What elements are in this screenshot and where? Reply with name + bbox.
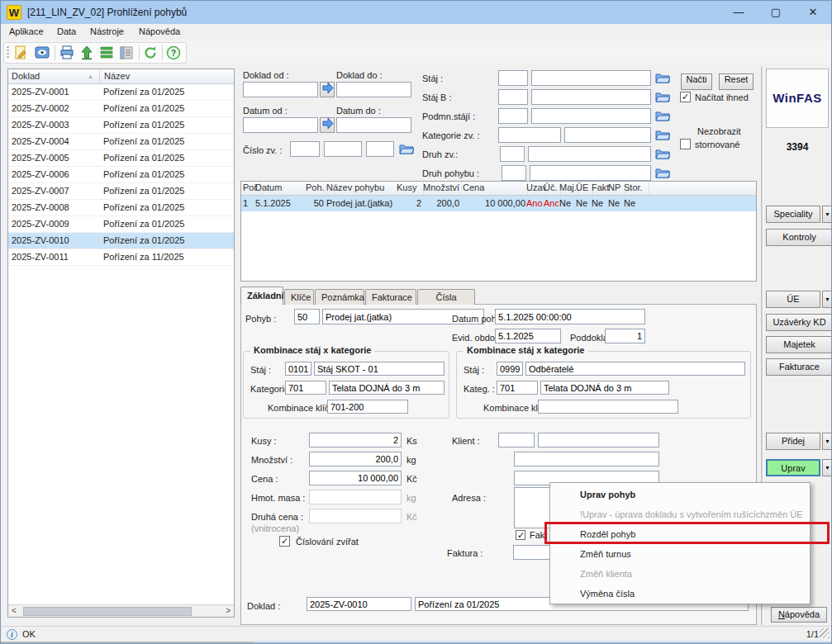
folder-lookup-icon[interactable] — [655, 148, 670, 159]
tab-klice[interactable]: Klíče — [284, 289, 314, 305]
folder-lookup-icon[interactable] — [655, 72, 670, 83]
cislo-zv-input-2[interactable] — [324, 141, 362, 157]
staj-name-left-input[interactable] — [314, 362, 445, 376]
speciality-button[interactable]: Speciality — [766, 206, 820, 223]
poddoklad-input[interactable] — [605, 329, 645, 343]
list-view-icon[interactable] — [98, 45, 116, 61]
cislovani-zvirat-checkbox[interactable] — [279, 536, 290, 547]
document-row[interactable]: 2025-ZV-0007Pořízení za 01/2025 — [8, 183, 234, 200]
doklad-od-input[interactable] — [243, 82, 318, 97]
document-row[interactable]: 2025-ZV-0005Pořízení za 01/2025 — [8, 150, 234, 167]
print-icon[interactable] — [59, 45, 77, 61]
edit-document-icon[interactable] — [12, 45, 31, 61]
nezobrazit-stornovane-checkbox[interactable] — [680, 139, 691, 149]
kombinace-klicu-left-input[interactable] — [327, 400, 408, 414]
kategorie-name-right-input[interactable] — [540, 381, 669, 395]
copy-arrow-button[interactable] — [320, 117, 335, 133]
document-row-selected[interactable]: 2025-ZV-0010Pořízení za 01/2025 — [8, 233, 234, 249]
klient-name-input[interactable] — [538, 433, 659, 447]
podmn-staji-code-input[interactable] — [498, 108, 528, 124]
pridej-dropdown-icon[interactable]: ▼ — [822, 433, 832, 450]
menu-aplikace[interactable]: Aplikace — [6, 26, 47, 36]
menu-item-vymena-cisla[interactable]: Výměna čísla — [551, 584, 809, 604]
close-icon[interactable]: ✕ — [802, 4, 824, 21]
kontroly-button[interactable]: Kontroly — [766, 229, 832, 246]
document-row[interactable]: 2025-ZV-0002Pořízení za 01/2025 — [8, 101, 234, 117]
ue-dropdown-icon[interactable]: ▼ — [822, 291, 832, 308]
col-poh[interactable]: Poh. — [306, 182, 326, 195]
kategorie-zv-code-input[interactable] — [498, 127, 561, 143]
klient-code-input[interactable] — [498, 433, 535, 447]
export-up-icon[interactable] — [78, 45, 97, 61]
movement-row-selected[interactable]: 1 5.1.2025 50 Prodej jat.(jatka) 2 200,0… — [241, 196, 756, 211]
klient-line2-input[interactable] — [514, 452, 659, 466]
cislo-zv-input-1[interactable] — [290, 141, 320, 157]
doklad-do-input[interactable] — [336, 82, 411, 97]
col-stor[interactable]: Stor. — [624, 182, 649, 195]
druha-cena-input[interactable] — [309, 509, 402, 523]
menu-item-uprav-pohyb[interactable]: Uprav pohyb — [551, 485, 809, 504]
document-row[interactable]: 2025-ZV-0008Pořízení za 01/2025 — [8, 200, 234, 216]
folder-lookup-icon[interactable] — [655, 167, 670, 178]
col-ue[interactable]: ÚE — [576, 182, 593, 195]
column-header-doklad[interactable]: Doklad — [12, 71, 40, 81]
cislo-zv-input-3[interactable] — [366, 141, 394, 157]
folder-lookup-icon[interactable] — [399, 143, 414, 154]
kategorie-zv-name-input[interactable] — [564, 127, 651, 143]
uprav-dropdown-icon[interactable]: ▼ — [822, 459, 832, 476]
fakturovat-checkbox[interactable] — [516, 530, 525, 540]
folder-lookup-icon[interactable] — [655, 110, 670, 121]
menu-item-zmen-turnus[interactable]: Změň turnus — [551, 544, 809, 564]
copy-arrow-button[interactable] — [320, 82, 335, 97]
staj-b-name-input[interactable] — [531, 89, 651, 105]
scrollbar-thumb[interactable] — [23, 607, 192, 616]
col-uc[interactable]: Úč. — [544, 182, 561, 195]
kategorie-name-left-input[interactable] — [329, 381, 445, 395]
doklad-id-input[interactable] — [307, 597, 411, 611]
druh-zv-name-input[interactable] — [528, 146, 651, 162]
nacti-button[interactable]: Načti — [681, 73, 712, 90]
ue-button[interactable]: ÚE — [766, 291, 820, 308]
tab-fakturace[interactable]: Fakturace — [365, 289, 416, 305]
col-kusy[interactable]: Kusy — [397, 182, 424, 195]
staj-code-input[interactable] — [498, 70, 528, 86]
uzaverky-kd-button[interactable]: Uzávěrky KD — [766, 314, 832, 331]
menu-napoveda[interactable]: Nápověda — [135, 26, 183, 36]
podmn-staji-name-input[interactable] — [531, 108, 651, 124]
horizontal-scrollbar[interactable]: < > — [8, 604, 234, 617]
document-row[interactable]: 2025-ZV-0003Pořízení za 01/2025 — [8, 117, 234, 134]
staj-code-right-input[interactable] — [497, 362, 523, 376]
druh-pohybu-code-input[interactable] — [502, 165, 526, 181]
document-row[interactable]: 2025-ZV-0011Pořízení za 11/2025 — [8, 249, 234, 266]
tab-cisla-zvirat[interactable]: Čísla zvířat — [417, 289, 475, 305]
document-row[interactable]: 2025-ZV-0001Pořízení za 01/2025 — [8, 84, 234, 101]
drag-handle-icon[interactable] — [7, 46, 9, 59]
staj-name-input[interactable] — [531, 70, 651, 86]
pridej-button[interactable]: Přidej — [766, 433, 820, 450]
folder-lookup-icon[interactable] — [655, 91, 670, 102]
help-icon[interactable]: ? — [165, 45, 183, 61]
col-np[interactable]: NP — [608, 182, 625, 195]
mnozstvi-input[interactable] — [309, 452, 402, 466]
datum-poh-input[interactable] — [495, 309, 645, 324]
col-nazev[interactable]: Název pohybu — [326, 182, 399, 195]
refresh-icon[interactable] — [142, 45, 160, 61]
uprav-button[interactable]: Uprav — [766, 459, 820, 476]
minimize-icon[interactable]: — — [728, 4, 749, 21]
tab-zakladni[interactable]: Základní — [240, 286, 283, 305]
resize-grip[interactable] — [820, 628, 830, 638]
kategorie-code-left-input[interactable] — [285, 381, 326, 395]
evid-obdobi-input[interactable] — [495, 329, 561, 343]
column-header-nazev[interactable]: Název — [104, 71, 130, 81]
maximize-icon[interactable]: ▢ — [765, 4, 787, 21]
napoveda-button[interactable]: Nápověda — [771, 607, 827, 623]
kombinace-klicu-right-input[interactable] — [538, 400, 678, 414]
datum-do-input[interactable] — [336, 117, 411, 133]
menu-data[interactable]: Data — [54, 26, 79, 36]
col-mnozstvi[interactable]: Množství — [423, 182, 462, 195]
scroll-right-icon[interactable]: > — [226, 605, 231, 616]
speciality-dropdown-icon[interactable]: ▼ — [822, 206, 832, 223]
kusy-input[interactable] — [309, 433, 402, 447]
col-cena[interactable]: Cena — [463, 182, 528, 195]
tab-poznamka[interactable]: Poznámka — [315, 289, 364, 305]
